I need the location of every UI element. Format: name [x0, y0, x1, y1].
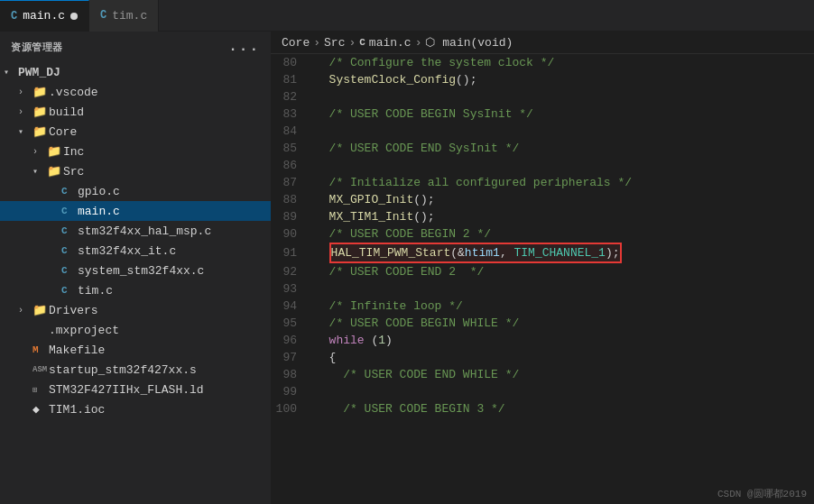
lc-100: /* USER CODE BEGIN 3 */ — [311, 400, 814, 417]
code-line-82: 82 — [271, 88, 814, 105]
lc-98: /* USER CODE END WHILE */ — [311, 366, 814, 383]
breadcrumb-func: ⬡ main(void) — [425, 35, 513, 50]
ln-83: 83 — [271, 105, 311, 123]
ld-icon-flash: ⊞ — [32, 385, 49, 395]
arrow-icon-core: ▾ — [18, 126, 32, 137]
sidebar-item-core[interactable]: ▾ 📁 Core — [0, 122, 271, 142]
sidebar-item-src[interactable]: ▾ 📁 Src — [0, 161, 271, 181]
sidebar-item-system[interactable]: › C system_stm32f4xx.c — [0, 261, 271, 280]
file-icon-tim1-ioc: ◆ — [32, 402, 49, 417]
modified-dot — [70, 13, 78, 20]
sidebar-item-tim[interactable]: › C tim.c — [0, 280, 271, 300]
arrow-icon-drivers: › — [18, 306, 32, 316]
gpio-label: gpio.c — [78, 185, 271, 198]
ln-91: 91 — [271, 244, 311, 261]
folder-icon-src: 📁 — [47, 164, 63, 179]
breadcrumb-src: Src — [324, 36, 345, 50]
lc-97: { — [311, 349, 814, 366]
sidebar-item-startup[interactable]: › ASM startup_stm32f427xx.s — [0, 360, 271, 380]
ln-100: 100 — [271, 400, 311, 417]
sidebar-item-main[interactable]: › C main.c — [0, 201, 271, 221]
ln-94: 94 — [271, 298, 311, 315]
breadcrumb: Core › Src › C main.c › ⬡ main(void) — [271, 32, 814, 54]
code-line-87: 87 /* Initialize all configured peripher… — [271, 174, 814, 191]
sidebar-item-mxproject[interactable]: › .mxproject — [0, 320, 271, 340]
code-line-80: 80 /* Configure the system clock */ — [271, 54, 814, 71]
folder-icon-vscode: 📁 — [32, 85, 49, 99]
it-label: stm32f4xx_it.c — [78, 244, 271, 258]
arrow-icon-inc: › — [32, 147, 47, 157]
editor[interactable]: 80 /* Configure the system clock */ 81 S… — [271, 54, 814, 504]
tab-main-c[interactable]: C main.c — [0, 0, 89, 32]
breadcrumb-c-icon: C — [359, 37, 365, 48]
main-label: main.c — [78, 205, 271, 218]
ln-86: 86 — [271, 157, 311, 174]
code-line-94: 94 /* Infinite loop */ — [271, 298, 814, 315]
c-icon-system: C — [61, 265, 78, 276]
folder-icon-inc: 📁 — [47, 144, 63, 159]
code-line-99: 99 — [271, 383, 814, 400]
c-file-icon: C — [11, 10, 17, 23]
tab-label: main.c — [23, 9, 65, 23]
sidebar-item-gpio[interactable]: › C gpio.c — [0, 181, 271, 201]
core-label: Core — [49, 125, 271, 139]
sidebar-item-vscode[interactable]: › 📁 .vscode — [0, 82, 271, 102]
ln-99: 99 — [271, 383, 311, 400]
code-line-90: 90 /* USER CODE BEGIN 2 */ — [271, 225, 814, 243]
code-line-88: 88 MX_GPIO_Init(); — [271, 191, 814, 208]
code-line-96: 96 while (1) — [271, 332, 814, 349]
sidebar-item-build[interactable]: › 📁 build — [0, 102, 271, 122]
sidebar-item-flash-ld[interactable]: › ⊞ STM32F427IIHx_FLASH.ld — [0, 380, 271, 399]
lc-80: /* Configure the system clock */ — [311, 54, 814, 71]
sidebar-item-it[interactable]: › C stm32f4xx_it.c — [0, 241, 271, 261]
code-line-98: 98 /* USER CODE END WHILE */ — [271, 366, 814, 383]
breadcrumb-core: Core — [282, 36, 310, 50]
lc-83: /* USER CODE BEGIN SysInit */ — [311, 105, 814, 123]
tim1-ioc-label: TIM1.ioc — [49, 403, 271, 417]
editor-panel: Core › Src › C main.c › ⬡ main(void) 80 … — [271, 32, 814, 504]
src-label: Src — [63, 165, 271, 179]
main-area: 资源管理器 ... ▾ PWM_DJ › 📁 .vscode › 📁 build… — [0, 32, 814, 504]
tim-label: tim.c — [78, 284, 271, 298]
c-icon-it: C — [61, 245, 78, 256]
lc-88: MX_GPIO_Init(); — [311, 191, 814, 208]
ln-81: 81 — [271, 71, 311, 88]
lc-92: /* USER CODE END 2 */ — [311, 263, 814, 280]
sidebar-header: 资源管理器 ... — [0, 32, 271, 62]
code-line-91: 91 HAL_TIM_PWM_Start(&htim1, TIM_CHANNEL… — [271, 243, 814, 263]
flash-ld-label: STM32F427IIHx_FLASH.ld — [49, 383, 271, 397]
c-icon-gpio: C — [61, 186, 78, 197]
arrow-icon-root: ▾ — [4, 67, 18, 78]
tab-tim-c[interactable]: C tim.c — [89, 0, 159, 32]
lc-89: MX_TIM1_Init(); — [311, 208, 814, 225]
watermark: CSDN @圆哪都2019 — [717, 487, 807, 500]
folder-icon-build: 📁 — [32, 105, 49, 119]
tree-item-root[interactable]: ▾ PWM_DJ — [0, 62, 271, 82]
build-label: build — [49, 105, 271, 119]
folder-icon-core: 📁 — [32, 124, 49, 139]
sidebar: 资源管理器 ... ▾ PWM_DJ › 📁 .vscode › 📁 build… — [0, 32, 271, 504]
sidebar-dots[interactable]: ... — [228, 39, 260, 55]
sidebar-item-makefile[interactable]: › M Makefile — [0, 340, 271, 360]
ln-82: 82 — [271, 88, 311, 105]
breadcrumb-mainc: main.c — [369, 36, 412, 50]
sidebar-item-inc[interactable]: › 📁 Inc — [0, 142, 271, 161]
lc-96: while (1) — [311, 332, 814, 349]
inc-label: Inc — [63, 145, 271, 159]
makefile-label: Makefile — [49, 344, 271, 357]
vscode-label: .vscode — [49, 86, 271, 99]
code-line-92: 92 /* USER CODE END 2 */ — [271, 263, 814, 280]
c-icon-hal-msp: C — [61, 225, 78, 236]
ln-97: 97 — [271, 349, 311, 366]
arrow-icon-build: › — [18, 107, 32, 117]
lc-91: HAL_TIM_PWM_Start(&htim1, TIM_CHANNEL_1)… — [311, 243, 814, 263]
code-line-84: 84 — [271, 123, 814, 140]
code-line-93: 93 — [271, 280, 814, 298]
sidebar-item-tim1-ioc[interactable]: › ◆ TIM1.ioc — [0, 399, 271, 419]
ln-85: 85 — [271, 140, 311, 157]
lc-87: /* Initialize all configured peripherals… — [311, 174, 814, 191]
mxproject-label: .mxproject — [49, 324, 271, 337]
sidebar-item-drivers[interactable]: › 📁 Drivers — [0, 300, 271, 320]
asm-icon-startup: ASM — [32, 365, 49, 374]
sidebar-item-hal-msp[interactable]: › C stm32f4xx_hal_msp.c — [0, 221, 271, 241]
